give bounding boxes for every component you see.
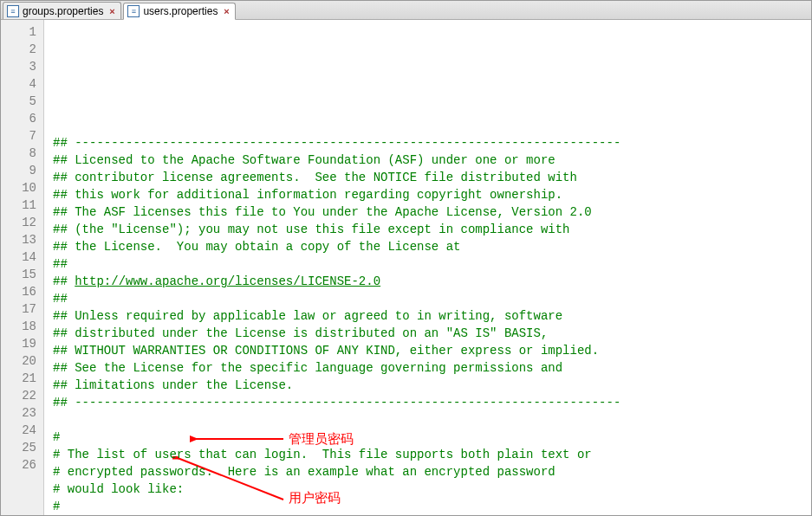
line-number: 3 (1, 58, 43, 75)
code-line[interactable]: ## -------------------------------------… (53, 394, 811, 411)
line-number: 16 (1, 283, 43, 300)
code-line[interactable]: ## Unless required by applicable law or … (53, 307, 811, 325)
code-line[interactable]: ## WITHOUT WARRANTIES OR CONDITIONS OF A… (53, 342, 811, 359)
comment-text: ## Licensed to the Apache Software Found… (53, 153, 555, 167)
comment-text: ## (53, 292, 68, 306)
comment-text: # (53, 500, 60, 513)
line-number: 17 (1, 300, 43, 318)
line-number: 13 (1, 231, 43, 248)
code-line[interactable]: ## contributor license agreements. See t… (53, 169, 811, 186)
line-number: 2 (1, 41, 43, 58)
line-number: 5 (1, 93, 43, 110)
line-number: 11 (1, 197, 43, 214)
tab-label: users.properties (143, 5, 218, 17)
code-line[interactable]: ## Licensed to the Apache Software Found… (53, 152, 811, 169)
tab-label: groups.properties (23, 5, 103, 17)
code-line[interactable]: # The list of users that can login. This… (53, 446, 811, 463)
line-number: 23 (1, 404, 43, 422)
code-line[interactable]: # encrypted passwords. Here is an exampl… (53, 463, 811, 481)
line-number: 15 (1, 266, 43, 283)
line-number: 22 (1, 387, 43, 404)
code-line[interactable]: ## distributed under the License is dist… (53, 325, 811, 342)
close-icon[interactable]: × (221, 6, 231, 16)
line-number: 21 (1, 370, 43, 387)
code-line[interactable]: # (53, 429, 811, 446)
code-line[interactable]: ## http://www.apache.org/licenses/LICENS… (53, 273, 811, 290)
comment-text: ## contributor license agreements. See t… (53, 171, 577, 184)
comment-text: ## WITHOUT WARRANTIES OR CONDITIONS OF A… (53, 344, 599, 358)
comment-prefix: ## (53, 274, 75, 288)
line-number: 8 (1, 145, 43, 162)
line-number: 19 (1, 335, 43, 352)
code-line[interactable]: ## (53, 290, 811, 307)
comment-text: ## limitations under the License. (53, 378, 293, 392)
line-number: 12 (1, 214, 43, 231)
code-line[interactable]: # would look like: (53, 481, 811, 498)
editor: 1234567891011121314151617181920212223242… (1, 20, 811, 515)
tab-groups-properties[interactable]: ≡ groups.properties × (3, 2, 121, 19)
line-number: 7 (1, 127, 43, 145)
code-line[interactable]: ## The ASF licenses this file to You und… (53, 203, 811, 221)
line-number: 26 (1, 456, 43, 474)
code-line[interactable] (53, 411, 811, 429)
comment-text: ## See the License for the specific lang… (53, 361, 562, 375)
comment-text: ## -------------------------------------… (53, 396, 620, 410)
line-number: 6 (1, 110, 43, 127)
code-line[interactable]: ## (the "License"); you may not use this… (53, 221, 811, 238)
comment-text: ## Unless required by applicable law or … (53, 309, 562, 323)
comment-text: # encrypted passwords. Here is an exampl… (53, 465, 555, 479)
comment-text: ## this work for additional information … (53, 188, 562, 202)
code-line[interactable]: ## See the License for the specific lang… (53, 359, 811, 377)
line-number: 24 (1, 422, 43, 439)
line-number: 4 (1, 75, 43, 93)
code-line[interactable]: ## limitations under the License. (53, 377, 811, 394)
line-number: 1 (1, 23, 43, 41)
line-number: 14 (1, 248, 43, 266)
line-number: 10 (1, 179, 43, 197)
comment-text: ## (the "License"); you may not use this… (53, 223, 570, 236)
comment-text: # The list of users that can login. This… (53, 448, 592, 461)
code-line[interactable]: ## (53, 255, 811, 273)
license-url[interactable]: http://www.apache.org/licenses/LICENSE-2… (75, 274, 380, 288)
line-number: 20 (1, 352, 43, 370)
tab-bar: ≡ groups.properties × ≡ users.properties… (1, 1, 811, 20)
code-line[interactable]: ## this work for additional information … (53, 186, 811, 203)
code-line[interactable]: ## -------------------------------------… (53, 134, 811, 152)
comment-text: ## the License. You may obtain a copy of… (53, 240, 460, 254)
comment-text: # would look like: (53, 482, 184, 496)
file-icon: ≡ (127, 5, 140, 17)
line-number-gutter: 1234567891011121314151617181920212223242… (1, 20, 44, 515)
tab-users-properties[interactable]: ≡ users.properties × (123, 3, 236, 20)
code-line[interactable]: # (53, 498, 811, 515)
line-number: 9 (1, 162, 43, 179)
line-number: 18 (1, 318, 43, 335)
comment-text: # (53, 430, 60, 444)
file-icon: ≡ (7, 5, 19, 17)
comment-text: ## distributed under the License is dist… (53, 326, 548, 340)
code-line[interactable]: ## the License. You may obtain a copy of… (53, 238, 811, 255)
code-area[interactable]: 管理员密码 用户密码 ## --------------------------… (44, 20, 811, 515)
comment-text: ## The ASF licenses this file to You und… (53, 205, 592, 219)
line-number: 25 (1, 439, 43, 456)
close-icon[interactable]: × (107, 6, 117, 16)
comment-text: ## -------------------------------------… (53, 136, 620, 150)
comment-text: ## (53, 257, 68, 271)
